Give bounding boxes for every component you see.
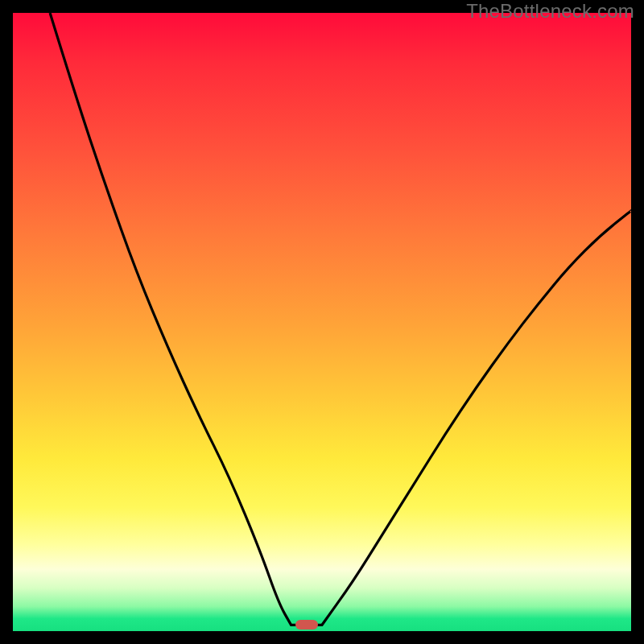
- bottleneck-curve: [13, 13, 631, 631]
- curve-path: [50, 13, 631, 625]
- chart-frame: TheBottleneck.com: [0, 0, 644, 644]
- watermark-text: TheBottleneck.com: [466, 0, 634, 23]
- minimum-marker: [295, 620, 318, 630]
